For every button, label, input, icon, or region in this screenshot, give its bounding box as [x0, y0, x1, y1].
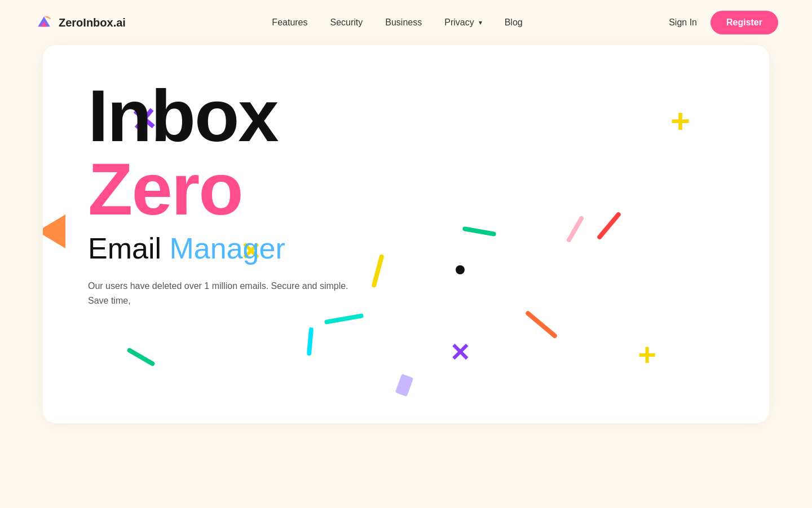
deco-x-purple-br: ✕	[449, 338, 470, 367]
hero-title-inbox: Inbox	[88, 79, 724, 152]
nav-actions: Sign In Register	[669, 11, 778, 34]
hero-description: Our users have deleted over 1 million em…	[88, 279, 364, 308]
nav-links: Features Security Business Privacy ▾ Blo…	[272, 17, 522, 28]
navbar: ZeroInbox.ai Features Security Business …	[0, 0, 812, 45]
deco-stick-green-bl	[126, 347, 156, 366]
hero-title-zero: Zero	[88, 152, 724, 226]
nav-security[interactable]: Security	[330, 17, 363, 27]
nav-privacy[interactable]: Privacy ▾	[444, 17, 482, 28]
register-button[interactable]: Register	[710, 11, 778, 34]
nav-blog[interactable]: Blog	[505, 17, 523, 27]
sign-in-link[interactable]: Sign In	[669, 17, 697, 28]
deco-plus-yellow-br: +	[638, 336, 656, 373]
hero-subtitle-manager: Manager	[169, 232, 285, 265]
hero-subtitle-email: Email	[88, 232, 169, 265]
deco-stick-teal-bc	[324, 313, 364, 325]
deco-dot-black	[456, 265, 465, 274]
hero-card: ✕ + ✕ ✕ + Inbox Zero Email Manager Our u…	[43, 45, 769, 423]
hero-subtitle: Email Manager	[88, 231, 724, 265]
deco-stick-cyan-b	[307, 327, 314, 356]
nav-features[interactable]: Features	[272, 17, 307, 27]
deco-triangle-orange-left	[43, 214, 65, 248]
logo-icon	[34, 12, 54, 33]
deco-stick-orange-br	[525, 310, 558, 339]
chevron-down-icon: ▾	[479, 19, 482, 27]
hero-wrapper: ✕ + ✕ ✕ + Inbox Zero Email Manager Our u…	[0, 45, 812, 423]
nav-business[interactable]: Business	[385, 17, 422, 27]
logo-link[interactable]: ZeroInbox.ai	[34, 12, 126, 33]
deco-shape-lavender	[395, 374, 414, 396]
logo-text: ZeroInbox.ai	[59, 16, 126, 29]
